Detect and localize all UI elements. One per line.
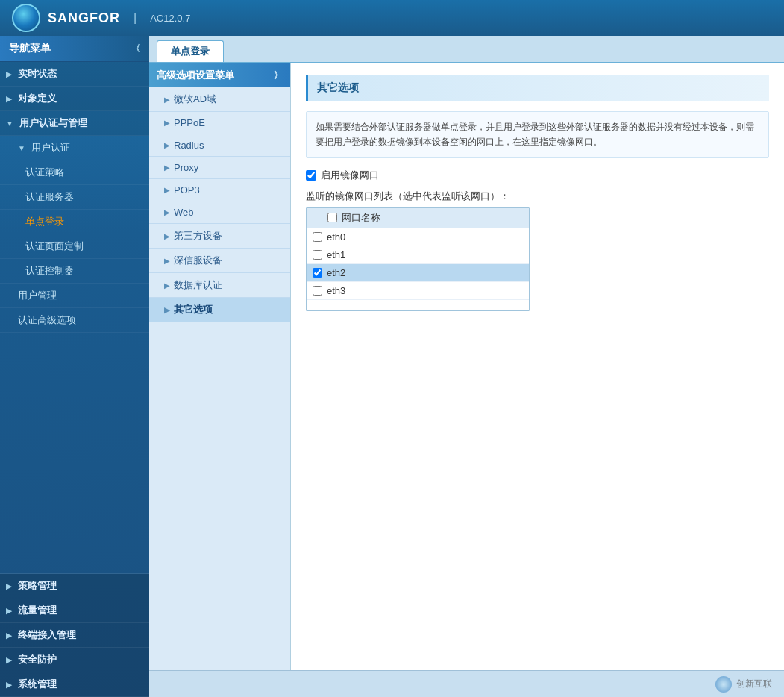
sidebar-item-user-mgmt[interactable]: 用户管理 [0,284,149,308]
sidebar-item-user-auth[interactable]: ▼ 用户认证与管理 [0,111,149,136]
left-menu-item-label: Radius [174,140,204,151]
logo-icon [12,4,40,32]
left-menu-item-radius[interactable]: ▶ Radius [149,134,290,157]
left-menu-header: 高级选项设置菜单 》 [149,63,290,87]
left-menu-item-label: 深信服设备 [174,254,222,267]
sidebar-item-label: 单点登录 [25,215,64,228]
interface-row-eth2[interactable]: eth2 [307,264,529,282]
left-menu-item-shenxin[interactable]: ▶ 深信服设备 [149,249,290,273]
expand-icon: ▼ [6,119,13,128]
brand-name: SANGFOR [48,10,120,26]
interface-row-eth1[interactable]: eth1 [307,246,529,264]
expand-icon: ▶ [6,656,12,664]
sidebar-item-auth-ctrl[interactable]: 认证控制器 [0,259,149,284]
left-menu-item-label: 第三方设备 [174,229,222,243]
sidebar-item-label: 策略管理 [18,579,57,593]
left-menu-item-ad[interactable]: ▶ 微软AD域 [149,87,290,112]
sidebar-item-sys[interactable]: ▶ 系统管理 [0,672,149,697]
enable-mirror-label: 启用镜像网口 [321,169,379,182]
left-menu-collapse-icon[interactable]: 》 [274,69,283,82]
expand-icon: ▶ [6,681,12,689]
expand-icon: ▶ [6,607,12,615]
left-menu-item-third-party[interactable]: ▶ 第三方设备 [149,224,290,249]
interface-list: 网口名称 eth0 eth1 [306,207,530,311]
main-layout: 导航菜单 《 ▶ 实时状态 ▶ 对象定义 ▼ 用户认证与管理 ▼ 用户认证 认证… [0,36,784,697]
sidebar-item-realtime[interactable]: ▶ 实时状态 [0,62,149,87]
brand-divider: | [134,11,137,25]
left-menu-item-label: 微软AD域 [174,93,216,106]
left-menu-title: 高级选项设置菜单 [157,69,234,82]
header: SANGFOR | AC12.0.7 [0,0,784,36]
eth3-checkbox[interactable] [313,286,322,296]
arrow-icon: ▶ [164,306,170,314]
left-menu-item-label: 数据库认证 [174,278,222,292]
left-menu-item-other[interactable]: ▶ 其它选项 [149,298,290,322]
arrow-icon: ▶ [164,208,170,216]
expand-icon: ▶ [6,631,12,640]
sidebar-item-policy[interactable]: ▶ 策略管理 [0,574,149,598]
expand-icon: ▶ [6,70,12,78]
sidebar-item-auth-page[interactable]: 认证页面定制 [0,234,149,259]
sidebar-item-security[interactable]: ▶ 安全防护 [0,648,149,672]
sidebar-item-label: 安全防护 [18,653,57,666]
left-menu-item-proxy[interactable]: ▶ Proxy [149,157,290,179]
left-menu-item-pop3[interactable]: ▶ POP3 [149,179,290,201]
version-label: AC12.0.7 [150,13,190,24]
sidebar-item-flow[interactable]: ▶ 流量管理 [0,598,149,623]
eth1-checkbox[interactable] [313,250,322,260]
right-content: 其它选项 如果需要结合外部认证服务器做单点登录，并且用户登录到这些外部认证服务器… [291,63,784,670]
eth3-label: eth3 [327,285,345,296]
sidebar-item-label: 用户管理 [18,289,57,302]
interface-column-label: 网口名称 [342,211,380,225]
interface-row-eth0[interactable]: eth0 [307,228,529,246]
arrow-icon: ▶ [164,232,170,240]
sidebar-item-label: 系统管理 [18,678,57,691]
interface-row-eth3[interactable]: eth3 [307,282,529,300]
arrow-icon: ▶ [164,257,170,265]
sidebar-item-label: 终端接入管理 [18,628,76,642]
left-menu-item-web[interactable]: ▶ Web [149,201,290,224]
sidebar-collapse-icon[interactable]: 《 [131,43,140,55]
description-text: 如果需要结合外部认证服务器做单点登录，并且用户登录到这些外部认证服务器的数据并没… [306,111,769,158]
left-menu-item-label: Web [174,207,194,218]
arrow-icon: ▶ [164,163,170,172]
sidebar-item-label: 用户认证 [31,141,70,154]
content-area: 单点登录 高级选项设置菜单 》 ▶ 微软AD域 ▶ PPPoE [149,36,784,697]
footer-brand-text: 创新互联 [736,678,772,690]
left-menu-item-label: POP3 [174,184,200,196]
enable-mirror-checkbox[interactable] [306,170,316,181]
monitor-label: 监听的镜像网口列表（选中代表监听该网口）： [306,190,769,203]
eth0-checkbox[interactable] [313,232,322,242]
eth0-label: eth0 [327,231,345,243]
enable-mirror-row: 启用镜像网口 [306,169,769,182]
sidebar-item-auth-advanced[interactable]: 认证高级选项 [0,308,149,333]
eth2-checkbox[interactable] [313,268,322,278]
sidebar-item-objects[interactable]: ▶ 对象定义 [0,87,149,111]
arrow-icon: ▶ [164,141,170,149]
logo: SANGFOR | AC12.0.7 [12,4,190,32]
tab-sso[interactable]: 单点登录 [157,40,224,62]
eth2-label: eth2 [327,267,345,278]
footer: 创新互联 [149,670,784,697]
sidebar: 导航菜单 《 ▶ 实时状态 ▶ 对象定义 ▼ 用户认证与管理 ▼ 用户认证 认证… [0,36,149,697]
interface-header-checkbox[interactable] [327,213,337,222]
sidebar-item-label: 认证服务器 [25,190,74,204]
expand-icon: ▼ [18,144,25,152]
sidebar-item-endpoint[interactable]: ▶ 终端接入管理 [0,623,149,648]
sidebar-item-label: 认证高级选项 [18,313,76,327]
sidebar-bottom: ▶ 策略管理 ▶ 流量管理 ▶ 终端接入管理 ▶ 安全防护 ▶ 系统管理 [0,573,149,697]
arrow-icon: ▶ [164,96,170,104]
sidebar-item-label: 认证页面定制 [25,240,84,253]
sidebar-item-user-auth-sub[interactable]: ▼ 用户认证 [0,136,149,160]
left-menu-item-label: 其它选项 [174,303,213,316]
arrow-icon: ▶ [164,281,170,290]
sidebar-item-auth-policy[interactable]: 认证策略 [0,160,149,185]
sidebar-item-auth-server[interactable]: 认证服务器 [0,185,149,210]
left-menu-item-pppoe[interactable]: ▶ PPPoE [149,112,290,134]
left-menu-item-db-auth[interactable]: ▶ 数据库认证 [149,273,290,298]
arrow-icon: ▶ [164,186,170,194]
interface-list-scroll[interactable]: eth0 eth1 eth2 [307,228,529,310]
sidebar-item-sso[interactable]: 单点登录 [0,210,149,234]
right-content-inner: 其它选项 如果需要结合外部认证服务器做单点登录，并且用户登录到这些外部认证服务器… [291,63,784,323]
interface-list-header: 网口名称 [307,208,529,228]
